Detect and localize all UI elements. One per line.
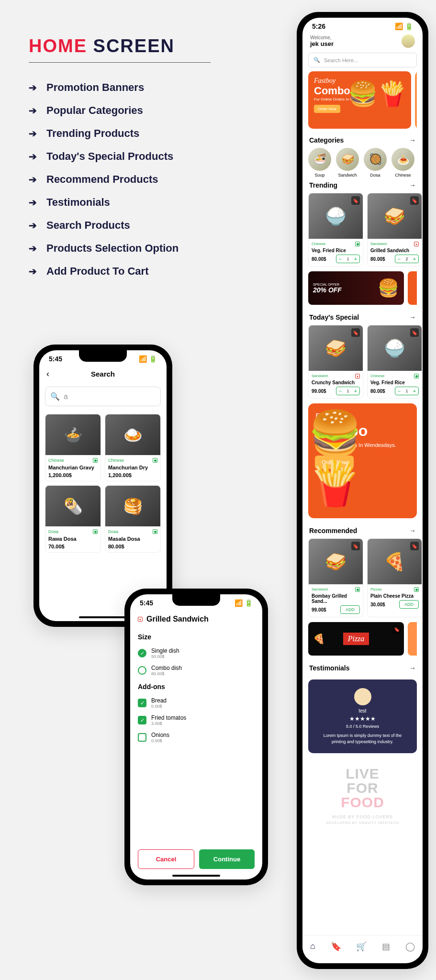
- discount-banner-next[interactable]: [408, 271, 417, 305]
- nav-home-icon[interactable]: ⌂: [310, 941, 315, 952]
- trending-title: Trending: [309, 181, 337, 189]
- search-icon: 🔍: [313, 57, 320, 63]
- search-input[interactable]: 🔍 a: [45, 387, 161, 406]
- feature-list: ➔Promotion Banners➔Popular Categories➔Tr…: [29, 81, 179, 288]
- plus-icon: +: [352, 387, 359, 395]
- product-card[interactable]: 🥞DosaMasala Dosa80.00$: [105, 485, 161, 553]
- quantity-stepper[interactable]: −1+: [336, 255, 360, 263]
- search-icon: 🔍: [50, 392, 60, 401]
- status-time: 5:26: [312, 22, 325, 30]
- product-card[interactable]: 🌯DosaRawa Dosa70.00$: [45, 485, 101, 553]
- minus-icon: −: [395, 387, 403, 395]
- minus-icon: −: [336, 255, 344, 263]
- arrow-icon: ➔: [29, 266, 37, 277]
- bookmark-icon[interactable]: 🔖: [351, 196, 360, 205]
- phone-mockup-search: 5:45📶 🔋 ‹ Search 🔍 a 🍲ChineseManchurian …: [34, 345, 172, 627]
- arrow-right-icon[interactable]: →: [409, 181, 416, 189]
- nav-profile-icon[interactable]: ◯: [405, 941, 415, 952]
- avatar[interactable]: [402, 34, 415, 48]
- status-time: 5:45: [49, 355, 62, 363]
- addon-option[interactable]: Bread0.00$: [130, 694, 262, 712]
- continue-button[interactable]: Continue: [199, 849, 255, 869]
- checkbox-icon: [138, 699, 146, 707]
- category-item[interactable]: 🍜Soup: [308, 148, 331, 178]
- promo-banner-large[interactable]: Fastboy Combo For Online Orders In Wende…: [308, 403, 417, 518]
- product-card[interactable]: 🍛ChineseManchurian Dry1,200.00$: [105, 414, 161, 481]
- veg-icon: [414, 587, 419, 592]
- page-heading: HOME SCREEN: [29, 36, 211, 63]
- feature-item: ➔Trending Products: [29, 127, 179, 140]
- search-input[interactable]: 🔍Search Here...: [308, 53, 417, 67]
- status-icons: 📶 🔋: [139, 355, 157, 363]
- addons-label: Add-ons: [130, 679, 262, 694]
- quantity-stepper[interactable]: −1+: [336, 387, 360, 395]
- pizza-banner-next[interactable]: [408, 622, 417, 656]
- product-card[interactable]: 🥪🔖SandwichGrilled Sandwich80.00$−2+: [367, 193, 422, 267]
- arrow-right-icon[interactable]: →: [409, 664, 416, 672]
- bookmark-icon[interactable]: 🔖: [392, 625, 401, 634]
- bookmark-icon[interactable]: 🔖: [410, 196, 419, 205]
- checkbox-icon: [138, 716, 146, 724]
- arrow-icon: ➔: [29, 105, 37, 116]
- veg-icon: [414, 374, 419, 379]
- category-item[interactable]: 🍝Chinese: [391, 148, 414, 178]
- back-icon[interactable]: ‹: [46, 369, 49, 379]
- category-item[interactable]: 🥘Dosa: [364, 148, 387, 178]
- plus-icon: +: [411, 387, 418, 395]
- checkbox-icon: [138, 733, 146, 742]
- addon-option[interactable]: Fried tomatos3.00$: [130, 712, 262, 729]
- pizza-banner[interactable]: 🍕Pizza🔖: [308, 622, 404, 656]
- nav-bookmark-icon[interactable]: 🔖: [331, 941, 341, 952]
- bookmark-icon[interactable]: 🔖: [351, 542, 360, 550]
- bookmark-icon[interactable]: 🔖: [410, 328, 419, 337]
- arrow-right-icon[interactable]: →: [409, 136, 416, 144]
- radio-icon: [138, 649, 146, 657]
- feature-item: ➔Promotion Banners: [29, 81, 179, 94]
- category-item[interactable]: 🥪Sandwich: [336, 148, 359, 178]
- arrow-icon: ➔: [29, 220, 37, 231]
- order-now-button[interactable]: Order Now: [314, 105, 340, 113]
- welcome-label: Welcome,: [310, 35, 334, 40]
- burger-icon: 🍔🍟: [308, 408, 412, 509]
- product-card[interactable]: 🍚🔖ChineseVeg. Fried Rice80.00$−1+: [367, 325, 422, 399]
- arrow-right-icon[interactable]: →: [409, 313, 416, 321]
- nonveg-icon: [138, 617, 143, 622]
- product-card[interactable]: 🍕🔖PizzasPlain Cheese Pizza30.00$ADD: [367, 538, 422, 617]
- status-icons: 📶 🔋: [235, 599, 253, 607]
- veg-icon: [93, 458, 98, 463]
- recommended-title: Recommended: [309, 527, 357, 535]
- phone-mockup-detail: 5:45📶 🔋 Grilled Sandwich Size Single dis…: [124, 589, 268, 885]
- product-card[interactable]: 🍲ChineseManchurian Gravy1,200.00$: [45, 414, 101, 481]
- add-button[interactable]: ADD: [399, 600, 419, 609]
- cancel-button[interactable]: Cancel: [138, 849, 194, 869]
- nonveg-icon: [414, 242, 419, 246]
- radio-icon: [138, 666, 146, 675]
- addon-option[interactable]: Onions0.00$: [130, 729, 262, 746]
- promo-banner[interactable]: Fastboy Combo For Online Orders In Wende…: [308, 71, 411, 129]
- feature-item: ➔Search Products: [29, 219, 179, 232]
- arrow-right-icon[interactable]: →: [409, 527, 416, 535]
- avatar: [354, 688, 371, 705]
- product-card[interactable]: 🍚🔖ChineseVeg. Fried Rice80.00$−1+: [308, 193, 363, 267]
- promo-banner-next[interactable]: [415, 71, 417, 129]
- bookmark-icon[interactable]: 🔖: [351, 328, 360, 337]
- quantity-stepper[interactable]: −2+: [395, 255, 419, 263]
- size-option[interactable]: Combo dish80.00$: [130, 662, 262, 679]
- discount-banner[interactable]: SPECIAL OFFER20% OFF🍔: [308, 271, 404, 305]
- product-card[interactable]: 🥪🔖SandwichBombay Grilled Sand...99.00$AD…: [308, 538, 363, 617]
- add-button[interactable]: ADD: [340, 605, 360, 614]
- bookmark-icon[interactable]: 🔖: [410, 542, 419, 550]
- feature-item: ➔Recommend Products: [29, 173, 179, 186]
- veg-icon: [93, 529, 98, 534]
- size-label: Size: [130, 629, 262, 645]
- quantity-stepper[interactable]: −1+: [395, 387, 419, 395]
- burger-icon: 🍔🍟: [348, 80, 407, 108]
- arrow-icon: ➔: [29, 197, 37, 208]
- product-title: Grilled Sandwich: [146, 615, 209, 624]
- nav-orders-icon[interactable]: ▤: [382, 941, 390, 952]
- product-card[interactable]: 🥪🔖SandwichCrunchy Sandwich99.00$−1+: [308, 325, 363, 399]
- size-option[interactable]: Single dish50.00$: [130, 645, 262, 662]
- nav-cart-icon[interactable]: 🛒: [356, 941, 367, 952]
- veg-icon: [355, 587, 360, 592]
- arrow-icon: ➔: [29, 82, 37, 93]
